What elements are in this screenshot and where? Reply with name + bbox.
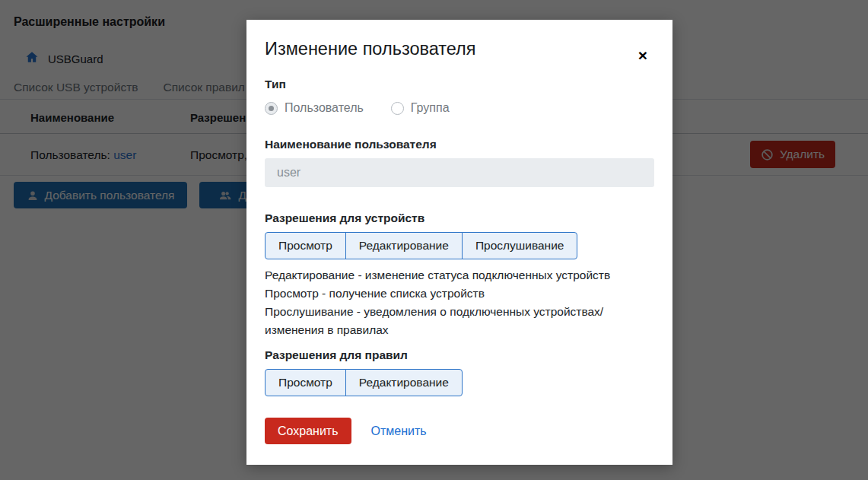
user-name-input[interactable] — [265, 158, 654, 187]
radio-group-label: Группа — [411, 101, 450, 115]
help-line-listen: Прослушивание - уведомления о подключенн… — [265, 303, 656, 339]
radio-group-control[interactable] — [391, 102, 404, 115]
type-radio-group: Пользователь Группа — [265, 101, 477, 115]
toggle-rule-view[interactable]: Просмотр — [265, 369, 346, 396]
radio-option-user[interactable]: Пользователь — [265, 101, 364, 115]
device-permissions-label: Разрешения для устройств — [265, 211, 424, 225]
permissions-help-text: Редактирование - изменение статуса подкл… — [265, 266, 656, 339]
user-name-label: Наименование пользователя — [265, 138, 437, 151]
device-permissions-toggle-group: Просмотр Редактирование Прослушивание — [265, 232, 577, 259]
toggle-device-listen[interactable]: Прослушивание — [462, 232, 578, 259]
modal-footer: Сохранить Отменить — [265, 418, 427, 444]
type-label: Тип — [265, 78, 286, 91]
close-icon[interactable]: × — [632, 44, 653, 65]
save-button[interactable]: Сохранить — [265, 418, 351, 444]
toggle-rule-edit[interactable]: Редактирование — [345, 369, 463, 396]
rule-permissions-label: Разрешения для правил — [265, 348, 408, 362]
help-line-view: Просмотр - получение списка устройств — [265, 285, 656, 303]
help-line-edit: Редактирование - изменение статуса подкл… — [265, 266, 656, 285]
toggle-device-edit[interactable]: Редактирование — [345, 232, 463, 259]
cancel-link[interactable]: Отменить — [371, 424, 427, 438]
edit-user-modal: Изменение пользователя × Тип Пользовател… — [246, 20, 672, 465]
radio-user-label: Пользователь — [285, 101, 364, 115]
rule-permissions-toggle-group: Просмотр Редактирование — [265, 369, 463, 396]
toggle-device-view[interactable]: Просмотр — [265, 232, 346, 259]
modal-title: Изменение пользователя — [265, 39, 475, 59]
radio-user-control[interactable] — [265, 102, 278, 115]
radio-option-group[interactable]: Группа — [391, 101, 450, 115]
